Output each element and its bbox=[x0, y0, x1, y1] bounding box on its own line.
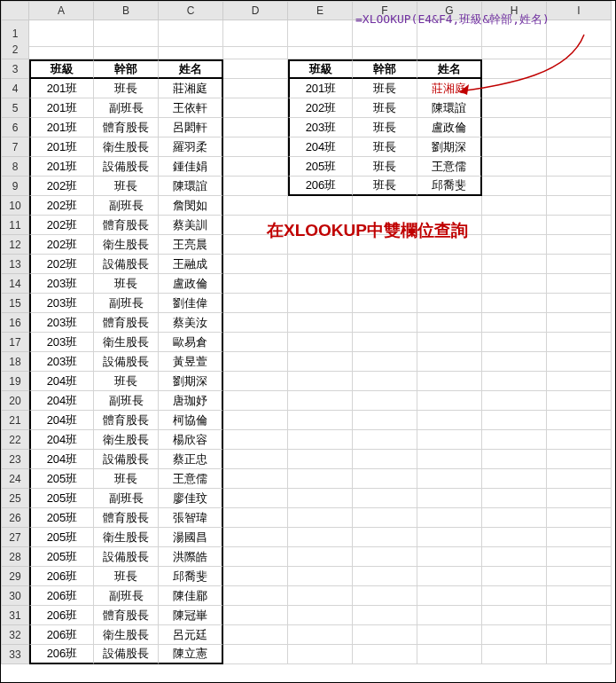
cell-C29[interactable]: 邱喬斐 bbox=[159, 567, 223, 586]
cell-E23[interactable] bbox=[288, 450, 353, 469]
cell-I33[interactable] bbox=[547, 645, 612, 664]
cell-G13[interactable] bbox=[417, 255, 482, 274]
row-header-19[interactable]: 19 bbox=[1, 372, 29, 391]
row-header-16[interactable]: 16 bbox=[1, 313, 29, 333]
cell-F2[interactable] bbox=[353, 40, 417, 59]
cell-H31[interactable] bbox=[482, 606, 547, 625]
cell-A17[interactable]: 203班 bbox=[29, 333, 94, 352]
cell-C6[interactable]: 呂閎軒 bbox=[159, 118, 223, 137]
cell-I7[interactable] bbox=[547, 137, 612, 157]
cell-H5[interactable] bbox=[482, 98, 547, 118]
cell-G2[interactable] bbox=[417, 40, 482, 59]
cell-E21[interactable] bbox=[288, 411, 353, 430]
row-header-17[interactable]: 17 bbox=[1, 333, 29, 352]
cell-C12[interactable]: 王亮晨 bbox=[159, 235, 223, 255]
cell-A28[interactable]: 205班 bbox=[29, 547, 94, 567]
cell-B17[interactable]: 衛生股長 bbox=[94, 333, 159, 352]
cell-D14[interactable] bbox=[223, 274, 288, 294]
cell-I27[interactable] bbox=[547, 528, 612, 547]
cell-H13[interactable] bbox=[482, 255, 547, 274]
cell-G20[interactable] bbox=[417, 391, 482, 411]
cell-H3[interactable] bbox=[482, 59, 547, 79]
cell-B4[interactable]: 班長 bbox=[94, 79, 159, 98]
cell-H25[interactable] bbox=[482, 489, 547, 508]
cell-H12[interactable] bbox=[482, 235, 547, 255]
cell-G27[interactable] bbox=[417, 528, 482, 547]
row-header-20[interactable]: 20 bbox=[1, 391, 29, 411]
row-header-21[interactable]: 21 bbox=[1, 411, 29, 430]
row-header-23[interactable]: 23 bbox=[1, 450, 29, 469]
cell-E2[interactable] bbox=[288, 40, 353, 59]
row-header-4[interactable]: 4 bbox=[1, 79, 29, 98]
cell-E32[interactable] bbox=[288, 625, 353, 645]
cell-F6[interactable]: 班長 bbox=[353, 118, 417, 137]
cell-A6[interactable]: 201班 bbox=[29, 118, 94, 137]
cell-H16[interactable] bbox=[482, 313, 547, 333]
cell-H4[interactable] bbox=[482, 79, 547, 98]
cell-F5[interactable]: 班長 bbox=[353, 98, 417, 118]
cell-A22[interactable]: 204班 bbox=[29, 430, 94, 450]
cell-F32[interactable] bbox=[353, 625, 417, 645]
cell-H10[interactable] bbox=[482, 196, 547, 216]
cell-F16[interactable] bbox=[353, 313, 417, 333]
cell-C26[interactable]: 張智瑋 bbox=[159, 508, 223, 528]
cell-G30[interactable] bbox=[417, 586, 482, 606]
cell-F28[interactable] bbox=[353, 547, 417, 567]
cell-A27[interactable]: 205班 bbox=[29, 528, 94, 547]
cell-H8[interactable] bbox=[482, 157, 547, 177]
cell-E15[interactable] bbox=[288, 294, 353, 313]
cell-C13[interactable]: 王融成 bbox=[159, 255, 223, 274]
cell-I32[interactable] bbox=[547, 625, 612, 645]
cell-A19[interactable]: 204班 bbox=[29, 372, 94, 391]
row-header-18[interactable]: 18 bbox=[1, 352, 29, 372]
cell-I6[interactable] bbox=[547, 118, 612, 137]
row-header-7[interactable]: 7 bbox=[1, 137, 29, 157]
cell-A5[interactable]: 201班 bbox=[29, 98, 94, 118]
cell-D5[interactable] bbox=[223, 98, 288, 118]
cell-E5[interactable]: 202班 bbox=[288, 98, 353, 118]
cell-B20[interactable]: 副班長 bbox=[94, 391, 159, 411]
cell-C8[interactable]: 鍾佳娟 bbox=[159, 157, 223, 177]
cell-D3[interactable] bbox=[223, 59, 288, 79]
cell-B23[interactable]: 設備股長 bbox=[94, 450, 159, 469]
cell-E22[interactable] bbox=[288, 430, 353, 450]
cell-C4[interactable]: 莊湘庭 bbox=[159, 79, 223, 98]
cell-I9[interactable] bbox=[547, 177, 612, 196]
cell-B11[interactable]: 體育股長 bbox=[94, 216, 159, 235]
row-header-8[interactable]: 8 bbox=[1, 157, 29, 177]
cell-A2[interactable] bbox=[29, 40, 94, 59]
cell-B3[interactable]: 幹部 bbox=[94, 59, 159, 79]
cell-G31[interactable] bbox=[417, 606, 482, 625]
cell-C20[interactable]: 唐珈妤 bbox=[159, 391, 223, 411]
cell-E33[interactable] bbox=[288, 645, 353, 664]
cell-G4[interactable]: 莊湘庭 bbox=[417, 79, 482, 98]
cell-I25[interactable] bbox=[547, 489, 612, 508]
cell-D8[interactable] bbox=[223, 157, 288, 177]
cell-I10[interactable] bbox=[547, 196, 612, 216]
cell-H14[interactable] bbox=[482, 274, 547, 294]
cell-B13[interactable]: 設備股長 bbox=[94, 255, 159, 274]
cell-E20[interactable] bbox=[288, 391, 353, 411]
cell-C24[interactable]: 王意儒 bbox=[159, 469, 223, 489]
row-header-25[interactable]: 25 bbox=[1, 489, 29, 508]
cell-C23[interactable]: 蔡正忠 bbox=[159, 450, 223, 469]
cell-I4[interactable] bbox=[547, 79, 612, 98]
cell-A9[interactable]: 202班 bbox=[29, 177, 94, 196]
spreadsheet-grid[interactable]: ABCDEFGHI123班級幹部姓名班級幹部姓名4201班班長莊湘庭201班班長… bbox=[1, 1, 615, 664]
row-header-12[interactable]: 12 bbox=[1, 235, 29, 255]
cell-F24[interactable] bbox=[353, 469, 417, 489]
row-header-27[interactable]: 27 bbox=[1, 528, 29, 547]
row-header-6[interactable]: 6 bbox=[1, 118, 29, 137]
cell-D31[interactable] bbox=[223, 606, 288, 625]
cell-E25[interactable] bbox=[288, 489, 353, 508]
cell-H26[interactable] bbox=[482, 508, 547, 528]
cell-F3[interactable]: 幹部 bbox=[353, 59, 417, 79]
cell-H22[interactable] bbox=[482, 430, 547, 450]
cell-F15[interactable] bbox=[353, 294, 417, 313]
cell-E30[interactable] bbox=[288, 586, 353, 606]
cell-C15[interactable]: 劉佳偉 bbox=[159, 294, 223, 313]
cell-I22[interactable] bbox=[547, 430, 612, 450]
cell-C31[interactable]: 陳冠崋 bbox=[159, 606, 223, 625]
cell-D10[interactable] bbox=[223, 196, 288, 216]
col-header-I[interactable]: I bbox=[547, 1, 612, 20]
